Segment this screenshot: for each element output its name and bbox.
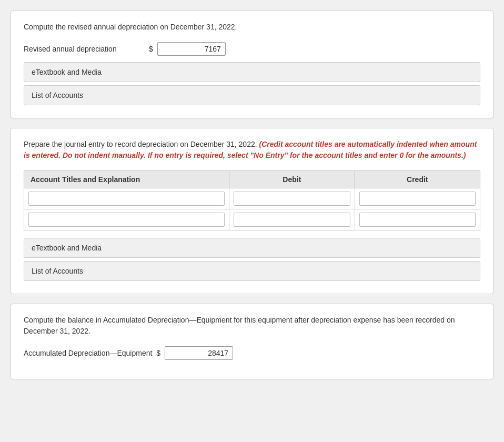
list-of-accounts-btn-2[interactable]: List of Accounts [24,261,480,281]
col-header-account: Account Titles and Explanation [24,171,229,188]
revised-depreciation-label: Revised annual depreciation [24,45,145,53]
journal-credit-2 [355,209,480,230]
accumulated-depreciation-row: Accumulated Depreciation—Equipment $ [24,346,480,360]
journal-row-2 [24,209,480,230]
etextbook-media-btn-1[interactable]: eTextbook and Media [24,62,480,82]
revised-depreciation-input[interactable] [157,42,226,56]
section-1: Compute the revised annual depreciation … [11,11,493,118]
journal-credit-input-2[interactable] [359,213,476,227]
journal-debit-2 [229,209,355,230]
accumulated-depreciation-label: Accumulated Depreciation—Equipment [24,349,152,357]
list-of-accounts-label-2: List of Accounts [32,267,83,275]
etextbook-media-label-1: eTextbook and Media [32,68,102,76]
section3-instruction: Compute the balance in Accumulated Depre… [24,315,480,337]
journal-debit-1 [229,188,355,209]
journal-credit-1 [355,188,480,209]
accumulated-depreciation-input[interactable] [165,346,233,360]
journal-debit-input-1[interactable] [234,192,350,206]
journal-entry-table: Account Titles and Explanation Debit Cre… [24,170,480,230]
journal-account-input-2[interactable] [28,213,225,227]
etextbook-media-label-2: eTextbook and Media [32,244,102,252]
col-header-debit: Debit [229,171,355,188]
section2-instruction-normal: Prepare the journal entry to record depr… [24,140,257,148]
etextbook-media-btn-2[interactable]: eTextbook and Media [24,238,480,258]
dollar-sign-1: $ [149,45,153,53]
journal-debit-input-2[interactable] [234,213,350,227]
journal-row-1 [24,188,480,209]
section-2: Prepare the journal entry to record depr… [11,128,493,294]
dollar-sign-3: $ [156,349,160,357]
revised-depreciation-row: Revised annual depreciation $ [24,42,480,56]
journal-credit-input-1[interactable] [359,192,476,206]
list-of-accounts-btn-1[interactable]: List of Accounts [24,85,480,105]
section1-instruction: Compute the revised annual depreciation … [24,22,480,33]
journal-account-2 [24,209,229,230]
list-of-accounts-label-1: List of Accounts [32,91,83,99]
section2-instruction: Prepare the journal entry to record depr… [24,139,480,161]
col-header-credit: Credit [355,171,480,188]
journal-account-input-1[interactable] [28,192,225,206]
journal-account-1 [24,188,229,209]
section-3: Compute the balance in Accumulated Depre… [11,304,493,379]
